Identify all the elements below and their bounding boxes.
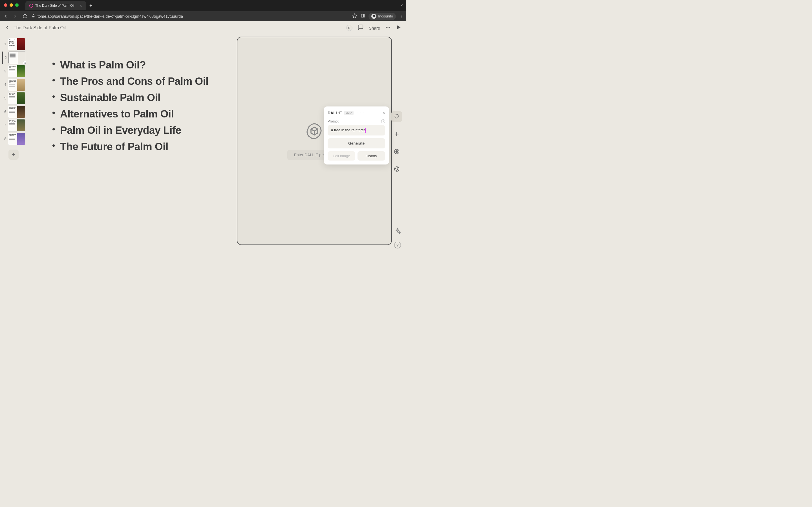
close-tab-icon[interactable]: ×	[80, 3, 82, 8]
beta-badge: BETA	[344, 111, 354, 115]
slide-rail: 1 Discover the harmful impact of Palm Oi…	[2, 38, 29, 160]
address-bar[interactable]: tome.app/sarahsworkspace/the-dark-side-o…	[32, 14, 348, 18]
thumbnail-image	[17, 79, 25, 91]
svg-point-17	[397, 169, 398, 170]
browser-menu-icon[interactable]: ⋮	[399, 14, 403, 18]
dalle-popup: DALL·E BETA ⋮⋮⋮ × Prompt ? a tree in the…	[324, 107, 389, 165]
tab-title: The Dark Side of Palm Oil	[35, 4, 74, 8]
slide-thumbnail[interactable]: 7 Palm Oil in Everyday Life	[2, 119, 29, 131]
slide-thumbnail[interactable]: 6 Alternatives to Palm Oil	[2, 106, 29, 118]
bullet-item[interactable]: Palm Oil in Everyday Life	[52, 124, 230, 136]
bullet-item[interactable]: The Pros and Cons of Palm Oil	[52, 75, 230, 87]
drag-handle-icon[interactable]: ⋮⋮⋮	[356, 112, 365, 115]
text-content-tile[interactable]: What is Palm Oil? The Pros and Cons of P…	[33, 37, 230, 245]
popup-title: DALL·E	[327, 111, 342, 115]
thumbnail-image	[17, 65, 25, 77]
add-tool-button[interactable]	[391, 129, 402, 139]
thumbnail-image	[17, 119, 25, 131]
incognito-label: Incognito	[378, 14, 393, 18]
svg-point-13	[396, 151, 398, 152]
slide-thumbnail[interactable]: 3 What is Palm Oil?	[2, 65, 29, 77]
svg-marker-9	[397, 25, 401, 29]
thumbnail-image	[17, 38, 25, 50]
slide-number: 2	[3, 56, 7, 60]
comment-icon[interactable]	[357, 24, 364, 32]
slide-thumbnail[interactable]: 8 The Future of Palm Oil	[2, 133, 29, 145]
nav-back-icon[interactable]	[3, 13, 8, 19]
generate-button[interactable]: Generate	[327, 138, 385, 149]
svg-point-14	[395, 167, 399, 172]
theme-tool-button[interactable]	[391, 164, 402, 174]
svg-point-15	[395, 168, 396, 169]
window-close[interactable]	[4, 3, 7, 7]
extension-icon[interactable]	[361, 13, 365, 19]
reload-icon[interactable]	[22, 13, 28, 19]
bullet-list: What is Palm Oil? The Pros and Cons of P…	[52, 59, 230, 153]
slide-thumbnail[interactable]: 5 Sustainable Palm Oil	[2, 92, 29, 105]
bullet-item[interactable]: Alternatives to Palm Oil	[52, 108, 230, 120]
svg-point-16	[397, 168, 398, 168]
thumbnail-image	[17, 106, 25, 118]
browser-tab[interactable]: The Dark Side of Palm Oil ×	[26, 1, 86, 10]
record-tool-button[interactable]	[391, 146, 402, 157]
bullet-item[interactable]: What is Palm Oil?	[52, 59, 230, 71]
prompt-input[interactable]: a tree in the rainfores	[327, 125, 385, 135]
browser-chrome: The Dark Side of Palm Oil × + tome.app/s…	[0, 0, 406, 21]
document-title[interactable]: The Dark Side of Palm Oil	[13, 25, 66, 31]
slide-number: 5	[2, 96, 6, 100]
window-maximize[interactable]	[15, 3, 18, 7]
help-icon[interactable]: ?	[381, 119, 385, 123]
lock-icon	[32, 14, 35, 18]
add-slide-button[interactable]: +	[8, 150, 18, 160]
collaborator-avatar: S	[23, 61, 26, 64]
slide-number: 6	[2, 110, 6, 114]
ai-sparkle-button[interactable]	[394, 228, 401, 235]
history-button[interactable]: History	[357, 151, 385, 161]
nav-bar: tome.app/sarahsworkspace/the-dark-side-o…	[0, 11, 406, 21]
close-popup-button[interactable]: ×	[383, 110, 385, 115]
app-header: The Dark Side of Palm Oil S Share	[0, 21, 406, 35]
slide-thumbnail[interactable]: 4 The Pros and Cons of Palm Oil	[2, 78, 29, 91]
present-button[interactable]	[396, 24, 402, 31]
chevron-down-icon[interactable]	[400, 3, 404, 8]
nav-forward-icon	[12, 13, 18, 19]
svg-marker-1	[353, 14, 357, 18]
prompt-label: Prompt	[327, 119, 339, 123]
thumbnail-image	[17, 93, 25, 104]
slide-number: 8	[2, 137, 6, 141]
slide-number: 1	[2, 42, 6, 46]
edit-image-button: Edit image	[327, 151, 355, 161]
bullet-item[interactable]: The Future of Palm Oil	[52, 141, 230, 153]
thumbnail-image	[17, 133, 25, 145]
svg-point-5	[374, 16, 375, 17]
bookmark-icon[interactable]	[352, 13, 357, 19]
svg-point-4	[373, 16, 374, 17]
user-avatar[interactable]: S	[346, 25, 352, 31]
slide-thumbnail[interactable]: 1 Discover the harmful impact of Palm Oi…	[2, 38, 29, 50]
more-menu-icon[interactable]	[385, 24, 391, 31]
openai-logo-icon	[304, 122, 324, 143]
right-toolbar	[391, 111, 402, 174]
incognito-badge[interactable]: Incognito	[368, 13, 396, 20]
window-controls	[0, 0, 22, 10]
svg-rect-0	[33, 15, 35, 17]
slide-number: 7	[2, 123, 6, 127]
bullet-item[interactable]: Sustainable Palm Oil	[52, 92, 230, 104]
slide-thumbnail[interactable]: 2 S	[2, 52, 29, 64]
share-button[interactable]: Share	[369, 25, 380, 31]
url-text: tome.app/sarahsworkspace/the-dark-side-o…	[38, 14, 183, 18]
dalle-tool-button[interactable]	[391, 111, 402, 122]
svg-point-7	[388, 27, 388, 27]
slide-number: 3	[2, 69, 6, 73]
tab-bar: The Dark Side of Palm Oil × +	[0, 0, 406, 11]
help-button[interactable]: ?	[394, 242, 401, 248]
svg-point-8	[389, 27, 390, 27]
back-button[interactable]	[4, 24, 10, 31]
svg-rect-3	[363, 14, 364, 17]
favicon-icon	[29, 4, 33, 8]
svg-point-6	[386, 27, 387, 27]
new-tab-button[interactable]: +	[89, 3, 92, 8]
incognito-icon	[371, 14, 376, 19]
slide-number: 4	[2, 83, 6, 87]
window-minimize[interactable]	[10, 3, 13, 7]
